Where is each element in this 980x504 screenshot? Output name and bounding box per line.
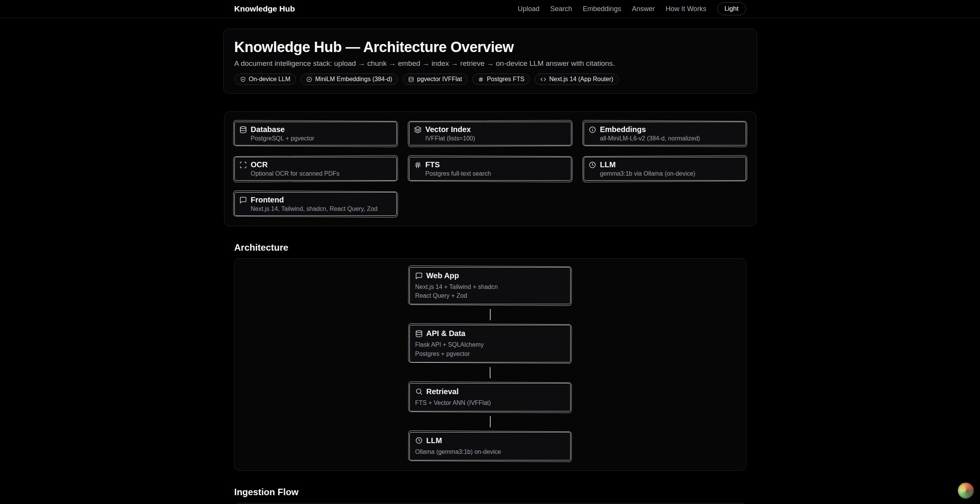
database-icon [239,126,247,134]
database-icon [408,77,414,82]
search-icon [415,388,423,395]
flow-node-llm: LLM Ollama (gemma3:1b) on-device [409,432,571,460]
stack-item-fts: FTS Postgres full-text search [409,157,571,181]
stack-item-desc: Optional OCR for scanned PDFs [251,170,340,177]
stack-item-database: Database PostgreSQL + pgvector [234,122,397,145]
connector-line [488,367,492,378]
stack-item-embeddings: Embeddings all-MiniLM-L6-v2 (384-d, norm… [584,122,746,145]
scan-icon [239,161,247,169]
stack-item-desc: all-MiniLM-L6-v2 (384-d, normalized) [600,135,700,142]
stack-item-title: FTS [425,160,491,169]
stack-item-frontend: Frontend Next.js 14, Tailwind, shadcn, R… [234,192,397,216]
stack-item-desc: PostgreSQL + pgvector [251,135,314,142]
stack-item-title: Database [251,125,314,134]
flow-node-line: Postgres + pgvector [415,349,565,358]
stack-overview-card: Database PostgreSQL + pgvector Vector In… [224,111,756,226]
top-nav: Knowledge Hub Upload Search Embeddings A… [0,0,980,18]
stack-item-title: Vector Index [425,125,475,134]
info-icon [589,126,596,134]
stack-item-vector-index: Vector Index IVFFlat (lists=100) [409,122,571,145]
nav-link-upload[interactable]: Upload [518,5,540,13]
flow-node-api-data: API & Data Flask API + SQLAlchemy Postgr… [409,325,571,362]
badge-postgres-fts: Postgres FTS [472,73,530,85]
flow-node-title: LLM [426,436,442,445]
architecture-heading: Architecture [234,242,746,253]
nav-links: Upload Search Embeddings Answer How It W… [518,2,746,15]
stack-item-desc: Postgres full-text search [425,170,491,177]
flow-node-web-app: Web App Next.js 14 + Tailwind + shadcn R… [409,267,571,304]
database-icon [415,330,423,338]
badge-nextjs: Next.js 14 (App Router) [535,73,619,85]
clock-icon [589,161,596,169]
stack-item-title: Frontend [251,196,378,204]
stack-item-desc: Next.js 14, Tailwind, shadcn, React Quer… [251,206,378,212]
connector-line [488,416,492,427]
flow-node-line: FTS + Vector ANN (IVFFlat) [415,398,565,407]
theme-toggle-button[interactable]: Light [717,2,746,15]
flow-node-title: API & Data [426,329,465,338]
page-subtitle: A document intelligence stack: upload → … [234,59,746,68]
flow-node-title: Web App [426,271,459,280]
badge-on-device-llm: On-device LLM [234,73,296,85]
nav-link-answer[interactable]: Answer [632,5,655,13]
architecture-diagram-card: Web App Next.js 14 + Tailwind + shadcn R… [234,258,746,471]
brand[interactable]: Knowledge Hub [234,4,295,13]
flow-node-retrieval: Retrieval FTS + Vector ANN (IVFFlat) [409,383,571,411]
stack-item-title: OCR [251,160,340,169]
stack-item-desc: gemma3:1b via Ollama (on-device) [600,170,695,177]
ingestion-heading: Ingestion Flow [234,487,746,497]
connector-line [488,309,492,320]
badge-label: On-device LLM [249,76,291,83]
stack-item-title: Embeddings [600,125,700,134]
stack-item-title: LLM [600,160,695,169]
hash-icon [414,161,422,169]
nav-link-search[interactable]: Search [550,5,572,13]
connector [488,411,492,432]
badge-label: MiniLM Embeddings (384-d) [315,76,392,83]
stack-item-ocr: OCR Optional OCR for scanned PDFs [234,157,397,181]
hero-card: Knowledge Hub — Architecture Overview A … [223,29,757,94]
shield-icon [240,77,246,82]
stack-item-llm: LLM gemma3:1b via Ollama (on-device) [584,157,746,181]
badge-check-icon [306,77,312,82]
badge-pgvector: pgvector IVFFlat [402,73,468,85]
flow-node-title: Retrieval [426,387,459,396]
badge-minilm-embeddings: MiniLM Embeddings (384-d) [301,73,398,85]
badge-label: pgvector IVFFlat [417,76,462,83]
layers-icon [414,126,422,134]
badge-label: Next.js 14 (App Router) [549,76,613,83]
badge-label: Postgres FTS [487,76,524,83]
nav-link-how-it-works[interactable]: How It Works [666,5,707,13]
clock-icon [415,437,423,444]
corner-logo-badge[interactable] [958,483,974,499]
flow-node-line: React Query + Zod [415,291,565,300]
code-icon [540,77,546,82]
message-icon [239,196,247,204]
badge-row: On-device LLM MiniLM Embeddings (384-d) … [234,73,746,85]
flow-node-line: Next.js 14 + Tailwind + shadcn [415,282,565,291]
stack-item-desc: IVFFlat (lists=100) [425,135,475,142]
page-title: Knowledge Hub — Architecture Overview [234,39,746,55]
nav-link-embeddings[interactable]: Embeddings [583,5,621,13]
hash-icon [478,77,484,82]
connector [488,304,492,325]
flow-node-line: Ollama (gemma3:1b) on-device [415,447,565,456]
flow-node-line: Flask API + SQLAlchemy [415,340,565,349]
message-icon [415,272,423,280]
stack-grid: Database PostgreSQL + pgvector Vector In… [234,122,746,216]
connector [488,362,492,383]
